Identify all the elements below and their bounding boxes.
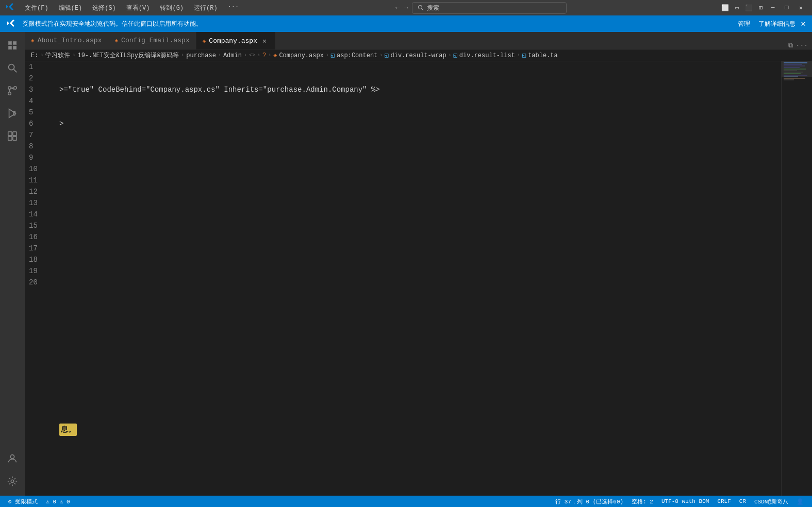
tab-about-intro[interactable]: ◈ About_Intro.aspx [25, 32, 108, 49]
code-editor[interactable]: 1 2 3 4 5 6 7 8 9 10 11 12 13 14 15 16 1… [25, 61, 812, 496]
tab-close-company[interactable]: ✕ [260, 37, 269, 45]
activity-account[interactable] [2, 448, 23, 469]
svg-point-17 [10, 455, 14, 459]
activity-explorer[interactable] [2, 35, 23, 56]
bc-file-company[interactable]: ? [262, 52, 266, 59]
bc-sep-9: › [379, 53, 383, 58]
svg-rect-3 [13, 42, 16, 45]
svg-rect-14 [13, 132, 16, 136]
window-close[interactable]: ✕ [795, 4, 807, 12]
user-icon-label: 👤 [797, 498, 804, 505]
notification-manage[interactable]: 管理 [738, 20, 750, 28]
bc-folder-software[interactable]: 学习软件 [45, 51, 70, 60]
minimap[interactable] [781, 61, 812, 496]
line-num-18: 18 [29, 254, 49, 265]
svg-point-8 [8, 87, 11, 90]
layout-toggle-2[interactable]: ▭ [733, 4, 741, 12]
notification-text: 受限模式旨在实现安全地浏览代码。信任此窗口以启用所有功能。 [23, 20, 733, 28]
activity-bar [0, 32, 25, 496]
status-restricted-mode[interactable]: ⊙ 受限模式 [4, 496, 42, 507]
code-line-6 [59, 254, 775, 265]
svg-marker-11 [9, 109, 16, 118]
svg-point-0 [419, 6, 422, 9]
bc-table[interactable]: ◱ table.ta [522, 52, 558, 59]
bc-folder-net[interactable]: 19-.NET安全&ILSpy反编译&源码等 [77, 51, 179, 60]
global-search-input[interactable]: 搜索 [412, 2, 567, 14]
line-num-4: 4 [29, 95, 49, 107]
split-editor-button[interactable]: ⧉ [788, 42, 793, 49]
line-num-6: 6 [29, 118, 49, 129]
code-line-5 [59, 220, 775, 231]
layout-grid[interactable]: ⊞ [757, 4, 765, 12]
bc-sep-6: › [257, 53, 260, 58]
line-num-5: 5 [29, 107, 49, 118]
vscode-logo [5, 2, 14, 14]
tab-bar-right: ⧉ ··· [788, 42, 812, 49]
encoding-label: UTF-8 with BOM [661, 498, 709, 504]
tab-label-company: Company.aspx [209, 37, 257, 45]
menu-goto[interactable]: 转到(G) [156, 3, 188, 13]
code-content[interactable]: >="true" CodeBehind="Company.aspx.cs" In… [53, 61, 781, 496]
tab-bar: ◈ About_Intro.aspx ◈ Config_Email.aspx ◈… [25, 32, 812, 50]
status-errors[interactable]: ⚠ 0 ⚠ 0 [42, 496, 74, 507]
bc-sep-8: › [326, 53, 329, 58]
status-eol[interactable]: CRLF [713, 496, 735, 507]
status-csdn[interactable]: CSDN@新奇八 [750, 496, 792, 507]
nav-back-button[interactable]: ← [395, 4, 400, 12]
activity-bottom [2, 448, 23, 496]
status-language[interactable]: CR [735, 496, 750, 507]
line-num-3: 3 [29, 84, 49, 95]
svg-rect-15 [8, 137, 12, 140]
svg-rect-5 [13, 46, 16, 49]
code-line-1: >="true" CodeBehind="Company.aspx.cs" In… [59, 84, 775, 95]
activity-settings[interactable] [2, 471, 23, 492]
notification-close[interactable]: ✕ [801, 19, 806, 29]
bc-sep-10: › [449, 53, 452, 58]
bc-folder-purchase[interactable]: purchase [186, 52, 216, 59]
activity-extensions[interactable] [2, 126, 23, 146]
bc-div-result-wrap[interactable]: ◱ div.result-wrap [385, 52, 446, 59]
activity-run[interactable] [2, 103, 23, 124]
minimap-lines [784, 62, 810, 81]
status-user-icon[interactable]: 👤 [792, 496, 808, 507]
bc-asp-content[interactable]: ◱ asp:Content [331, 52, 377, 59]
menu-view[interactable]: 查看(V) [122, 3, 154, 13]
main-layout: ◈ About_Intro.aspx ◈ Config_Email.aspx ◈… [0, 32, 812, 496]
layout-toggle-1[interactable]: ⬜ [719, 4, 731, 12]
menu-bar: 文件(F) 编辑(E) 选择(S) 查看(V) 转到(G) 运行(R) ··· [21, 3, 243, 13]
status-spaces[interactable]: 空格: 2 [627, 496, 657, 507]
tab-config-email[interactable]: ◈ Config_Email.aspx [108, 32, 196, 49]
code-line-8 [59, 322, 775, 333]
line-num-13: 13 [29, 197, 49, 209]
bc-div-result-list[interactable]: ◱ div.result-list [454, 52, 515, 59]
search-placeholder: 搜索 [427, 4, 439, 12]
layout-toggle-3[interactable]: ⬛ [743, 4, 755, 12]
bc-company-aspx[interactable]: ◈ Company.aspx [273, 52, 324, 59]
csdn-label: CSDN@新奇八 [754, 498, 788, 505]
bc-drive: E: [31, 52, 38, 59]
menu-edit[interactable]: 编辑(E) [55, 3, 87, 13]
line-num-19: 19 [29, 265, 49, 277]
svg-rect-16 [13, 137, 16, 140]
svg-rect-4 [9, 46, 12, 49]
line-num-9: 9 [29, 152, 49, 163]
code-line-11: 息。 [59, 424, 775, 435]
status-encoding[interactable]: UTF-8 with BOM [657, 496, 713, 507]
window-maximize[interactable]: □ [781, 4, 793, 12]
svg-point-18 [11, 480, 14, 483]
activity-source-control[interactable] [2, 80, 23, 101]
bc-sep-4: › [218, 53, 221, 58]
menu-file[interactable]: 文件(F) [21, 3, 53, 13]
menu-select[interactable]: 选择(S) [88, 3, 120, 13]
menu-more[interactable]: ··· [224, 3, 243, 13]
window-minimize[interactable]: ─ [767, 4, 778, 12]
status-line-info[interactable]: 行 37，列 0 (已选择60) [551, 496, 627, 507]
menu-run[interactable]: 运行(R) [190, 3, 222, 13]
editor-area: ◈ About_Intro.aspx ◈ Config_Email.aspx ◈… [25, 32, 812, 496]
nav-forward-button[interactable]: → [404, 4, 408, 12]
notification-learn-more[interactable]: 了解详细信息 [758, 20, 796, 28]
tab-company[interactable]: ◈ Company.aspx ✕ [196, 32, 275, 49]
more-actions-button[interactable]: ··· [796, 42, 808, 49]
activity-search[interactable] [2, 58, 23, 78]
bc-folder-admin[interactable]: Admin [223, 52, 242, 59]
